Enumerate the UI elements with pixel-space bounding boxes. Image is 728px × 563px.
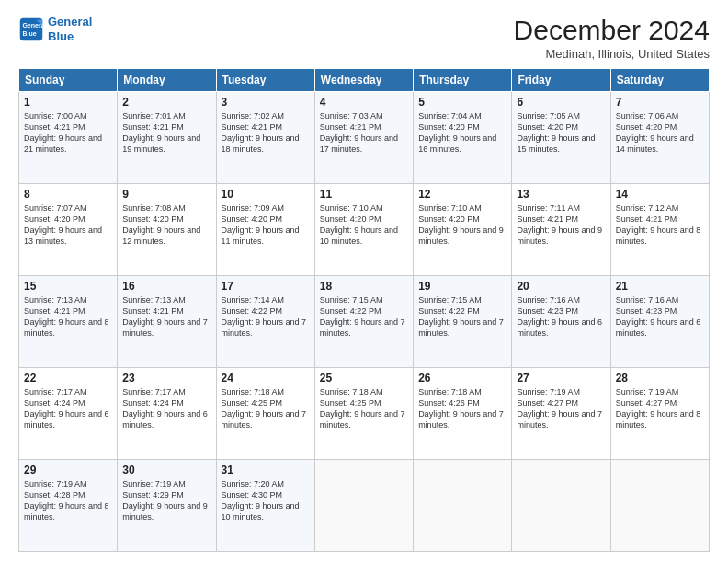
calendar-cell: 29 Sunrise: 7:19 AMSunset: 4:28 PMDaylig… — [19, 460, 118, 552]
calendar-cell: 31 Sunrise: 7:20 AMSunset: 4:30 PMDaylig… — [216, 460, 314, 552]
day-number: 31 — [222, 464, 310, 477]
calendar-cell: 14 Sunrise: 7:12 AMSunset: 4:21 PMDaylig… — [610, 184, 709, 276]
cell-info: Sunrise: 7:00 AMSunset: 4:21 PMDaylight:… — [24, 111, 102, 154]
calendar-body: 1 Sunrise: 7:00 AMSunset: 4:21 PMDayligh… — [19, 92, 710, 552]
day-header-thursday: Thursday — [414, 69, 512, 92]
calendar-cell: 22 Sunrise: 7:17 AMSunset: 4:24 PMDaylig… — [19, 368, 118, 460]
day-number: 25 — [320, 372, 408, 385]
day-number: 13 — [517, 188, 605, 201]
calendar-cell: 30 Sunrise: 7:19 AMSunset: 4:29 PMDaylig… — [118, 460, 216, 552]
cell-info: Sunrise: 7:05 AMSunset: 4:20 PMDaylight:… — [517, 111, 595, 154]
calendar-cell: 28 Sunrise: 7:19 AMSunset: 4:27 PMDaylig… — [610, 368, 709, 460]
day-number: 26 — [418, 372, 506, 385]
day-number: 2 — [122, 96, 210, 109]
day-number: 8 — [24, 188, 112, 201]
calendar-cell: 15 Sunrise: 7:13 AMSunset: 4:21 PMDaylig… — [19, 276, 118, 368]
calendar-cell: 21 Sunrise: 7:16 AMSunset: 4:23 PMDaylig… — [610, 276, 709, 368]
day-header-friday: Friday — [512, 69, 610, 92]
calendar-cell: 3 Sunrise: 7:02 AMSunset: 4:21 PMDayligh… — [216, 92, 314, 184]
calendar-page: General Blue General Blue December 2024 … — [0, 0, 728, 563]
day-number: 3 — [222, 96, 310, 109]
title-block: December 2024 Medinah, Illinois, United … — [514, 15, 710, 61]
cell-info: Sunrise: 7:14 AMSunset: 4:22 PMDaylight:… — [222, 295, 307, 338]
calendar-cell — [512, 460, 610, 552]
header-row: SundayMondayTuesdayWednesdayThursdayFrid… — [19, 69, 710, 92]
calendar-table: SundayMondayTuesdayWednesdayThursdayFrid… — [18, 68, 710, 552]
cell-info: Sunrise: 7:19 AMSunset: 4:27 PMDaylight:… — [616, 387, 701, 430]
day-number: 27 — [517, 372, 605, 385]
cell-info: Sunrise: 7:02 AMSunset: 4:21 PMDaylight:… — [222, 111, 300, 154]
calendar-cell: 9 Sunrise: 7:08 AMSunset: 4:20 PMDayligh… — [118, 184, 216, 276]
calendar-cell: 16 Sunrise: 7:13 AMSunset: 4:21 PMDaylig… — [118, 276, 216, 368]
calendar-cell — [610, 460, 709, 552]
cell-info: Sunrise: 7:01 AMSunset: 4:21 PMDaylight:… — [122, 111, 200, 154]
cell-info: Sunrise: 7:15 AMSunset: 4:22 PMDaylight:… — [320, 295, 405, 338]
calendar-cell: 23 Sunrise: 7:17 AMSunset: 4:24 PMDaylig… — [118, 368, 216, 460]
logo: General Blue General Blue — [18, 15, 92, 43]
calendar-cell — [314, 460, 413, 552]
day-number: 20 — [517, 280, 605, 293]
day-number: 17 — [222, 280, 310, 293]
day-header-tuesday: Tuesday — [216, 69, 314, 92]
day-number: 15 — [24, 280, 112, 293]
week-row-4: 22 Sunrise: 7:17 AMSunset: 4:24 PMDaylig… — [19, 368, 710, 460]
day-number: 10 — [222, 188, 310, 201]
calendar-cell: 8 Sunrise: 7:07 AMSunset: 4:20 PMDayligh… — [19, 184, 118, 276]
day-number: 30 — [122, 464, 210, 477]
cell-info: Sunrise: 7:16 AMSunset: 4:23 PMDaylight:… — [616, 295, 701, 338]
calendar-cell: 6 Sunrise: 7:05 AMSunset: 4:20 PMDayligh… — [512, 92, 610, 184]
cell-info: Sunrise: 7:08 AMSunset: 4:20 PMDaylight:… — [122, 203, 200, 246]
day-number: 14 — [616, 188, 704, 201]
page-title: December 2024 — [514, 15, 710, 45]
cell-info: Sunrise: 7:13 AMSunset: 4:21 PMDaylight:… — [24, 295, 109, 338]
cell-info: Sunrise: 7:10 AMSunset: 4:20 PMDaylight:… — [320, 203, 398, 246]
page-subtitle: Medinah, Illinois, United States — [514, 47, 710, 61]
week-row-3: 15 Sunrise: 7:13 AMSunset: 4:21 PMDaylig… — [19, 276, 710, 368]
day-number: 21 — [616, 280, 704, 293]
day-number: 12 — [418, 188, 506, 201]
cell-info: Sunrise: 7:19 AMSunset: 4:28 PMDaylight:… — [24, 479, 109, 522]
day-number: 28 — [616, 372, 704, 385]
cell-info: Sunrise: 7:17 AMSunset: 4:24 PMDaylight:… — [24, 387, 109, 430]
cell-info: Sunrise: 7:13 AMSunset: 4:21 PMDaylight:… — [122, 295, 208, 338]
cell-info: Sunrise: 7:11 AMSunset: 4:21 PMDaylight:… — [517, 203, 602, 246]
calendar-cell: 5 Sunrise: 7:04 AMSunset: 4:20 PMDayligh… — [414, 92, 512, 184]
calendar-cell: 18 Sunrise: 7:15 AMSunset: 4:22 PMDaylig… — [314, 276, 413, 368]
cell-info: Sunrise: 7:10 AMSunset: 4:20 PMDaylight:… — [418, 203, 504, 246]
cell-info: Sunrise: 7:20 AMSunset: 4:30 PMDaylight:… — [222, 479, 300, 522]
day-number: 23 — [122, 372, 210, 385]
calendar-cell: 10 Sunrise: 7:09 AMSunset: 4:20 PMDaylig… — [216, 184, 314, 276]
calendar-cell: 27 Sunrise: 7:19 AMSunset: 4:27 PMDaylig… — [512, 368, 610, 460]
calendar-header: SundayMondayTuesdayWednesdayThursdayFrid… — [19, 69, 710, 92]
logo-icon: General Blue — [18, 17, 44, 42]
cell-info: Sunrise: 7:15 AMSunset: 4:22 PMDaylight:… — [418, 295, 504, 338]
cell-info: Sunrise: 7:17 AMSunset: 4:24 PMDaylight:… — [122, 387, 208, 430]
cell-info: Sunrise: 7:19 AMSunset: 4:29 PMDaylight:… — [122, 479, 208, 522]
calendar-cell: 17 Sunrise: 7:14 AMSunset: 4:22 PMDaylig… — [216, 276, 314, 368]
calendar-cell: 26 Sunrise: 7:18 AMSunset: 4:26 PMDaylig… — [414, 368, 512, 460]
day-header-sunday: Sunday — [19, 69, 118, 92]
calendar-cell: 12 Sunrise: 7:10 AMSunset: 4:20 PMDaylig… — [414, 184, 512, 276]
calendar-cell: 25 Sunrise: 7:18 AMSunset: 4:25 PMDaylig… — [314, 368, 413, 460]
svg-text:Blue: Blue — [22, 30, 36, 37]
cell-info: Sunrise: 7:16 AMSunset: 4:23 PMDaylight:… — [517, 295, 602, 338]
cell-info: Sunrise: 7:06 AMSunset: 4:20 PMDaylight:… — [616, 111, 694, 154]
day-number: 7 — [616, 96, 704, 109]
cell-info: Sunrise: 7:07 AMSunset: 4:20 PMDaylight:… — [24, 203, 102, 246]
cell-info: Sunrise: 7:18 AMSunset: 4:25 PMDaylight:… — [320, 387, 405, 430]
calendar-cell: 2 Sunrise: 7:01 AMSunset: 4:21 PMDayligh… — [118, 92, 216, 184]
day-number: 9 — [122, 188, 210, 201]
cell-info: Sunrise: 7:18 AMSunset: 4:25 PMDaylight:… — [222, 387, 307, 430]
day-number: 4 — [320, 96, 408, 109]
calendar-cell: 1 Sunrise: 7:00 AMSunset: 4:21 PMDayligh… — [19, 92, 118, 184]
calendar-cell: 7 Sunrise: 7:06 AMSunset: 4:20 PMDayligh… — [610, 92, 709, 184]
day-number: 29 — [24, 464, 112, 477]
calendar-cell: 20 Sunrise: 7:16 AMSunset: 4:23 PMDaylig… — [512, 276, 610, 368]
day-number: 24 — [222, 372, 310, 385]
logo-text: General Blue — [48, 15, 92, 43]
week-row-1: 1 Sunrise: 7:00 AMSunset: 4:21 PMDayligh… — [19, 92, 710, 184]
day-number: 16 — [122, 280, 210, 293]
day-header-monday: Monday — [118, 69, 216, 92]
day-number: 6 — [517, 96, 605, 109]
week-row-5: 29 Sunrise: 7:19 AMSunset: 4:28 PMDaylig… — [19, 460, 710, 552]
